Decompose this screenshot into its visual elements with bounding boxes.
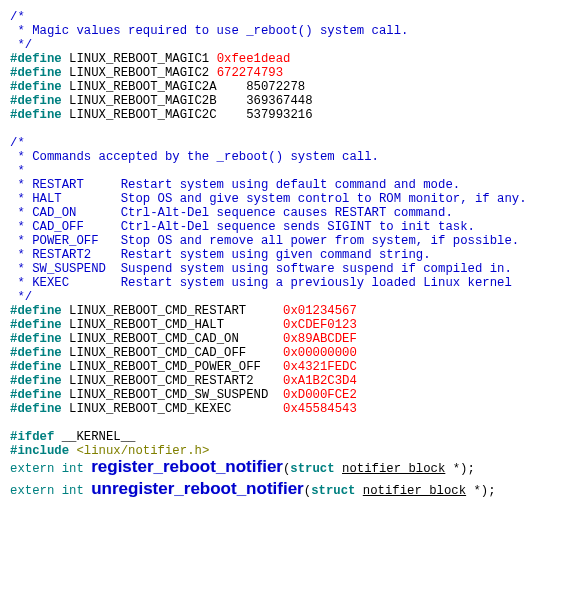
macro-value: 0x4321FEDC — [283, 360, 357, 374]
extern-decls: extern int register_reboot_notifier(stru… — [10, 460, 571, 498]
decl-suffix: *); — [466, 484, 496, 498]
macro-value: 0x45584543 — [283, 402, 357, 416]
type-link[interactable]: notifier_block — [363, 484, 466, 498]
macro-value: 0xD000FCE2 — [283, 388, 357, 402]
define-keyword: #define — [10, 80, 62, 94]
extern-decl: extern int unregister_reboot_notifier(st… — [10, 482, 571, 498]
macro-value: 0xCDEF0123 — [283, 318, 357, 332]
extern-prefix: extern int — [10, 462, 91, 476]
define-keyword: #define — [10, 374, 62, 388]
macro-name: LINUX_REBOOT_CMD_SW_SUSPEND — [69, 388, 268, 402]
macro-value: 0x01234567 — [283, 304, 357, 318]
struct-keyword: struct — [311, 484, 355, 498]
macro-name: LINUX_REBOOT_CMD_RESTART2 — [69, 374, 253, 388]
type-link[interactable]: notifier_block — [342, 462, 445, 476]
macro-name: LINUX_REBOOT_MAGIC2 — [69, 66, 209, 80]
macro-name: LINUX_REBOOT_CMD_RESTART — [69, 304, 246, 318]
function-name[interactable]: unregister_reboot_notifier — [91, 479, 304, 498]
macro-name: LINUX_REBOOT_CMD_HALT — [69, 318, 224, 332]
define-keyword: #define — [10, 346, 62, 360]
blank-line-2 — [10, 416, 571, 430]
macro-name: LINUX_REBOOT_MAGIC2C — [69, 108, 217, 122]
define-keyword: #define — [10, 360, 62, 374]
define-keyword: #define — [10, 66, 62, 80]
ifdef-keyword: #ifdef — [10, 430, 54, 444]
defines-commands: #define LINUX_REBOOT_CMD_RESTART 0x01234… — [10, 304, 571, 416]
struct-keyword: struct — [290, 462, 334, 476]
ifdef-line: #ifdef __KERNEL__ — [10, 430, 571, 444]
define-keyword: #define — [10, 304, 62, 318]
defines-magic: #define LINUX_REBOOT_MAGIC1 0xfee1dead #… — [10, 52, 571, 122]
macro-value: 537993216 — [246, 108, 312, 122]
define-keyword: #define — [10, 318, 62, 332]
macro-value: 369367448 — [246, 94, 312, 108]
define-keyword: #define — [10, 52, 62, 66]
comment-commands: /* * Commands accepted by the _reboot() … — [10, 136, 571, 304]
define-keyword: #define — [10, 388, 62, 402]
include-keyword: #include — [10, 444, 69, 458]
function-name[interactable]: register_reboot_notifier — [91, 457, 283, 476]
define-keyword: #define — [10, 332, 62, 346]
macro-value: 672274793 — [217, 66, 283, 80]
include-header: <linux/notifier.h> — [76, 444, 209, 458]
macro-name: LINUX_REBOOT_CMD_CAD_OFF — [69, 346, 246, 360]
macro-value: 0xA1B2C3D4 — [283, 374, 357, 388]
macro-value: 85072278 — [246, 80, 305, 94]
comment-magic: /* * Magic values required to use _reboo… — [10, 10, 571, 52]
decl-suffix: *); — [445, 462, 475, 476]
extern-decl: extern int register_reboot_notifier(stru… — [10, 460, 571, 476]
macro-value: 0x89ABCDEF — [283, 332, 357, 346]
macro-name: LINUX_REBOOT_MAGIC2A — [69, 80, 217, 94]
macro-name: LINUX_REBOOT_CMD_POWER_OFF — [69, 360, 261, 374]
blank-line-1 — [10, 122, 571, 136]
macro-value: 0x00000000 — [283, 346, 357, 360]
macro-value: 0xfee1dead — [217, 52, 291, 66]
macro-name: LINUX_REBOOT_MAGIC2B — [69, 94, 217, 108]
macro-name: LINUX_REBOOT_CMD_CAD_ON — [69, 332, 239, 346]
extern-prefix: extern int — [10, 484, 91, 498]
define-keyword: #define — [10, 402, 62, 416]
ifdef-symbol: __KERNEL__ — [62, 430, 136, 444]
include-line: #include <linux/notifier.h> — [10, 444, 571, 458]
macro-name: LINUX_REBOOT_CMD_KEXEC — [69, 402, 231, 416]
define-keyword: #define — [10, 94, 62, 108]
define-keyword: #define — [10, 108, 62, 122]
macro-name: LINUX_REBOOT_MAGIC1 — [69, 52, 209, 66]
